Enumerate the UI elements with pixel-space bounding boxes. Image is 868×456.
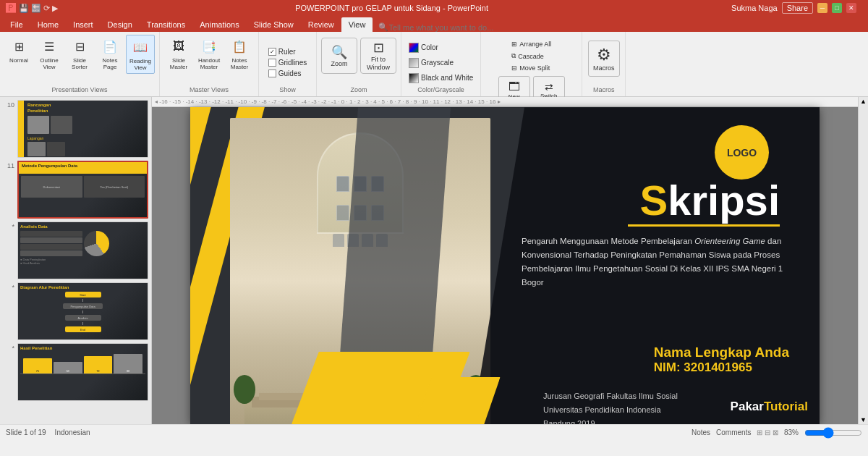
zoom-level: 83% xyxy=(784,428,799,436)
close-button[interactable]: ✕ xyxy=(846,3,856,13)
gridlines-checkbox[interactable]: Gridlines xyxy=(267,58,308,67)
normal-view-btn[interactable]: ⊞ Normal xyxy=(4,35,33,66)
notes-master-icon: 📋 xyxy=(230,37,249,56)
slide-subtitle: Pengaruh Menggunaan Metode Pembelajaran … xyxy=(522,235,789,290)
slide-number-13: * xyxy=(3,284,14,291)
outline-view-btn[interactable]: ☰ Outline View xyxy=(35,35,64,72)
tab-transitions[interactable]: Transitions xyxy=(140,17,192,32)
minimize-button[interactable]: ─ xyxy=(817,3,827,13)
master-views-group: 🖼 Slide Master 📑 Handout Master 📋 Notes … xyxy=(160,32,259,96)
zoom-slider[interactable] xyxy=(804,428,862,438)
title-underline xyxy=(628,224,780,227)
outline-view-icon: ☰ xyxy=(40,37,59,56)
slide-item-11[interactable]: 11 Metode Pengumpulan Data Dokumentasi T… xyxy=(3,161,148,219)
window-group: ⊞Arrange All ⧉Cascade ⊟Move Split 🗔 New … xyxy=(481,32,582,96)
slide-number-14: * xyxy=(3,345,14,352)
main-area: 10 Rancangan Penelitian Lapangan xyxy=(0,97,868,424)
slide-sorter-icon: ⊟ xyxy=(70,37,89,56)
color-grayscale-group: Color Grayscale Black and White Color/Gr… xyxy=(401,32,481,96)
slide-item-13[interactable]: * Diagram Alur Penelitian Start Pengumpu… xyxy=(3,282,148,340)
scroll-up-button[interactable]: ▲ xyxy=(859,97,868,106)
tab-design[interactable]: Design xyxy=(101,17,140,32)
black-white-button[interactable]: Black and White xyxy=(406,72,476,85)
logo-circle: LOGO xyxy=(715,125,769,180)
maximize-button[interactable]: □ xyxy=(832,3,842,13)
slide-item-14[interactable]: * Hasil Penelitian 75 58 79 88 xyxy=(3,343,148,401)
slide-item-12[interactable]: * Analisis Data xyxy=(3,221,148,279)
zoom-button[interactable]: 🔍 Zoom xyxy=(321,38,357,74)
brand: PakarTutorial xyxy=(731,400,808,414)
show-label: Show xyxy=(279,85,296,93)
student-name: Nama Lengkap Anda xyxy=(654,345,789,360)
slide-number-12: * xyxy=(3,223,14,230)
notes-page-btn[interactable]: 📄 Notes Page xyxy=(95,35,124,72)
canvas-area: ◂ -16 · -15 · -14 · -13 · -12 · -11 · -1… xyxy=(152,97,858,424)
presentation-views-label: Presentation Views xyxy=(52,85,108,93)
share-button[interactable]: Share xyxy=(782,2,813,14)
slide-number-11: 11 xyxy=(3,162,14,169)
presentation-views-group: ⊞ Normal ☰ Outline View ⊟ Slide Sorter 📄… xyxy=(0,32,160,96)
username: Sukma Naga xyxy=(731,4,778,12)
title-s: S xyxy=(640,177,668,224)
zoom-group: 🔍 Zoom ⊡ Fit to Window Zoom xyxy=(317,32,401,96)
fit-to-window-button[interactable]: ⊡ Fit to Window xyxy=(360,38,396,74)
slide-name-section: Nama Lengkap Anda NIM: 3201401965 xyxy=(654,345,789,375)
tab-review[interactable]: Review xyxy=(301,17,341,32)
slide-master-icon: 🖼 xyxy=(169,37,188,56)
macros-group: ⚙ Macros Macros xyxy=(582,32,626,96)
language-indicator: Indonesian xyxy=(55,428,90,436)
scroll-right[interactable]: ▲ ▼ xyxy=(858,97,868,424)
view-icons: ⊞ ⊟ ⊠ xyxy=(757,428,778,436)
logo-text: LOGO xyxy=(727,147,757,159)
slide-panel: 10 Rancangan Penelitian Lapangan xyxy=(0,97,152,424)
notes-button[interactable]: Notes xyxy=(692,428,710,436)
ruler-checkbox[interactable]: ✓ Ruler xyxy=(267,47,308,56)
reading-view-btn[interactable]: 📖 Reading View xyxy=(126,35,155,74)
ribbon-tabs: File Home Insert Design Transitions Anim… xyxy=(0,16,868,32)
handout-master-icon: 📑 xyxy=(200,37,218,56)
tab-animations[interactable]: Animations xyxy=(192,17,246,32)
ribbon-body: ⊞ Normal ☰ Outline View ⊟ Slide Sorter 📄… xyxy=(0,32,868,97)
notes-page-icon: 📄 xyxy=(101,37,119,56)
color-grayscale-label: Color/Grayscale xyxy=(417,85,464,93)
move-split-button[interactable]: ⊟Move Split xyxy=(509,63,553,73)
handout-master-btn[interactable]: 📑 Handout Master xyxy=(195,35,224,72)
slide-thumb-14: Hasil Penelitian 75 58 79 88 xyxy=(17,343,148,401)
tab-home[interactable]: Home xyxy=(30,17,66,32)
search-input[interactable] xyxy=(388,23,533,32)
notes-master-btn[interactable]: 📋 Notes Master xyxy=(225,35,254,72)
tab-file[interactable]: File xyxy=(3,17,30,32)
show-group: ✓ Ruler Gridlines Guides Show xyxy=(259,32,317,96)
slide-thumb-12: Analisis Data ● Data Peningk xyxy=(17,221,148,279)
status-bar: Slide 1 of 19 Indonesian Notes Comments … xyxy=(0,424,868,440)
master-views-label: Master Views xyxy=(190,85,229,93)
arrange-all-button[interactable]: ⊞Arrange All xyxy=(509,39,553,49)
scroll-down-button[interactable]: ▼ xyxy=(859,415,868,424)
cascade-button[interactable]: ⧉Cascade xyxy=(509,51,553,62)
guides-checkbox[interactable]: Guides xyxy=(267,69,308,78)
brand-tutorial: Tutorial xyxy=(764,400,808,413)
tab-slideshow[interactable]: Slide Show xyxy=(247,17,301,32)
slide-sorter-btn[interactable]: ⊟ Slide Sorter xyxy=(65,35,94,72)
titlebar: 🅿 💾 🔙 ⟳ ▶ POWERPOINT pro GELAP untuk Sid… xyxy=(0,0,868,16)
reading-view-icon: 📖 xyxy=(131,38,150,56)
tab-view[interactable]: View xyxy=(341,17,373,32)
grayscale-button[interactable]: Grayscale xyxy=(406,56,476,69)
ruler-top: ◂ -16 · -15 · -14 · -13 · -12 · -11 · -1… xyxy=(152,97,858,107)
window-title: POWERPOINT pro GELAP untuk Sidang - Powe… xyxy=(58,4,726,12)
slide-number-10: 10 xyxy=(3,101,14,109)
app-icon: 🅿 xyxy=(6,2,16,14)
slide-master-btn[interactable]: 🖼 Slide Master xyxy=(164,35,193,72)
student-nim: NIM: 3201401965 xyxy=(654,360,789,375)
brand-pakar: Pakar xyxy=(731,400,764,413)
macros-label: Macros xyxy=(593,85,615,93)
macros-button[interactable]: ⚙ Macros xyxy=(588,41,620,77)
slide-thumb-10: Rancangan Penelitian Lapangan xyxy=(17,100,148,158)
slide-item-10[interactable]: 10 Rancangan Penelitian Lapangan xyxy=(3,100,148,158)
slide-info: Slide 1 of 19 xyxy=(6,428,46,436)
tab-insert[interactable]: Insert xyxy=(66,17,101,32)
comments-button[interactable]: Comments xyxy=(716,428,751,436)
color-button[interactable]: Color xyxy=(406,41,476,54)
title-rest: kripsi xyxy=(668,177,780,224)
institution-line3: Bandung 2019 xyxy=(543,417,789,424)
